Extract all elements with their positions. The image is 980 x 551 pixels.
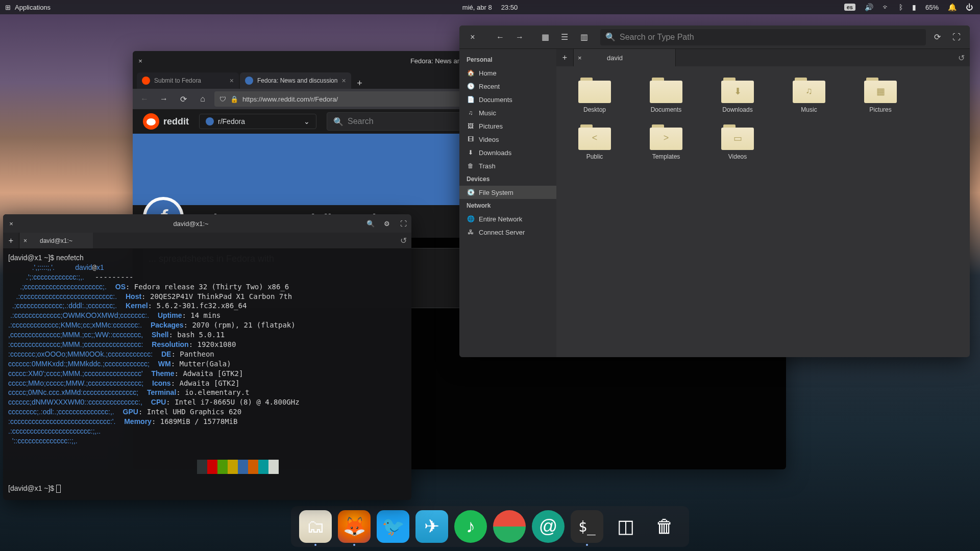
- folder-icon: ♫: [467, 109, 475, 117]
- keyboard-indicator[interactable]: es: [844, 4, 855, 11]
- reload-button[interactable]: ⟳: [929, 29, 945, 45]
- reddit-logo[interactable]: reddit: [143, 113, 189, 130]
- sidebar-item-music[interactable]: ♫Music: [459, 106, 556, 119]
- search-icon: 🔍: [333, 117, 344, 127]
- notifications-icon[interactable]: 🔔: [948, 3, 957, 11]
- folder-label: Public: [586, 153, 603, 160]
- dock-mail[interactable]: @: [532, 510, 565, 543]
- tab-label: Fedora: News and discussion: [257, 77, 337, 84]
- sidebar-item-label: Connect Server: [479, 229, 525, 236]
- time-label[interactable]: 23:50: [501, 4, 518, 11]
- fm-tab[interactable]: × david: [574, 49, 676, 66]
- lock-icon: 🔒: [230, 95, 238, 103]
- sidebar-item-pictures[interactable]: 🖼Pictures: [459, 119, 556, 133]
- terminal-output[interactable]: [david@x1 ~]$ neofetch .',;::::;,'. davi…: [3, 249, 411, 500]
- folder-icon: [578, 77, 611, 103]
- bluetooth-icon[interactable]: ᛒ: [899, 3, 903, 11]
- maximize-icon[interactable]: ⛶: [395, 220, 411, 228]
- dock-boxes[interactable]: ◫: [609, 510, 642, 543]
- forward-button[interactable]: →: [511, 29, 528, 45]
- subreddit-icon: [206, 117, 214, 126]
- dock-trash[interactable]: 🗑: [648, 510, 681, 543]
- history-button[interactable]: ↺: [395, 236, 411, 245]
- home-button[interactable]: ⌂: [195, 91, 210, 107]
- date-label[interactable]: mié, abr 8: [462, 4, 492, 11]
- tab-close-icon[interactable]: ×: [578, 54, 582, 62]
- subreddit-label: r/Fedora: [218, 117, 245, 126]
- list-view-button[interactable]: ☰: [556, 29, 573, 45]
- tab-label: Submit to Fedora: [154, 77, 201, 84]
- folder-icon: <: [578, 123, 611, 150]
- folder-desktop[interactable]: Desktop: [567, 77, 623, 113]
- terminal-window: × david@x1:~ 🔍 ⚙ ⛶ + × david@x1:~ ↺ [dav…: [3, 214, 411, 500]
- sidebar-item-trash[interactable]: 🗑Trash: [459, 159, 556, 172]
- power-icon[interactable]: ⏻: [966, 3, 973, 11]
- expand-button[interactable]: ⛶: [948, 29, 965, 45]
- browser-tab[interactable]: Submit to Fedora ×: [137, 72, 239, 89]
- favicon-icon: [142, 77, 150, 85]
- sidebar-item-file-system[interactable]: 💽File System: [459, 186, 556, 199]
- tab-close-icon[interactable]: ×: [230, 77, 234, 85]
- search-icon[interactable]: 🔍: [362, 220, 379, 228]
- tab-close-icon[interactable]: ×: [23, 237, 27, 244]
- search-icon: 🔍: [605, 32, 616, 42]
- volume-icon[interactable]: 🔊: [865, 3, 873, 11]
- sidebar-item-home[interactable]: 🏠Home: [459, 66, 556, 80]
- sidebar-item-label: Recent: [479, 83, 500, 90]
- dock-files[interactable]: 🗂: [299, 510, 332, 543]
- dock-spotify[interactable]: ♪: [454, 510, 487, 543]
- new-tab-button[interactable]: +: [556, 49, 574, 66]
- browser-tab[interactable]: Fedora: News and discussion ×: [240, 72, 351, 89]
- path-placeholder: Search or Type Path: [620, 33, 694, 42]
- close-button[interactable]: ×: [3, 220, 19, 228]
- wifi-icon[interactable]: ᯤ: [883, 3, 890, 11]
- folder-documents[interactable]: Documents: [638, 77, 694, 113]
- gear-icon[interactable]: ⚙: [379, 220, 395, 228]
- folder-music[interactable]: ♫Music: [781, 77, 837, 113]
- folder-videos[interactable]: ▭Videos: [709, 123, 766, 160]
- forward-button[interactable]: →: [156, 91, 172, 107]
- dock-firefox[interactable]: 🦊: [338, 510, 371, 543]
- new-tab-button[interactable]: +: [3, 233, 19, 248]
- fm-tab-label: david: [607, 54, 623, 62]
- dock-app[interactable]: [493, 510, 526, 543]
- tab-close-icon[interactable]: ×: [341, 77, 346, 85]
- sidebar-item-entire-network[interactable]: 🌐Entire Network: [459, 212, 556, 226]
- history-button[interactable]: ↺: [952, 53, 970, 63]
- back-button[interactable]: ←: [137, 91, 152, 107]
- path-bar[interactable]: 🔍 Search or Type Path: [600, 29, 926, 45]
- dock-telegram[interactable]: ✈: [415, 510, 448, 543]
- battery-percent: 65%: [925, 4, 939, 11]
- sidebar-item-videos[interactable]: 🎞Videos: [459, 133, 556, 146]
- sidebar-item-connect-server[interactable]: 🖧Connect Server: [459, 226, 556, 239]
- color-swatch: [258, 460, 268, 474]
- battery-icon[interactable]: ▮: [912, 3, 916, 11]
- color-swatch: [268, 460, 279, 474]
- subreddit-selector[interactable]: r/Fedora ⌄: [199, 114, 316, 129]
- folder-downloads[interactable]: ⬇Downloads: [709, 77, 766, 113]
- sidebar-item-downloads[interactable]: ⬇Downloads: [459, 146, 556, 159]
- folder-icon: 🖧: [467, 228, 475, 236]
- sidebar-item-recent[interactable]: 🕓Recent: [459, 80, 556, 93]
- folder-icon: ⬇: [467, 148, 475, 157]
- reload-button[interactable]: ⟳: [176, 91, 191, 107]
- new-tab-button[interactable]: +: [352, 78, 368, 89]
- dock-twitter[interactable]: 🐦: [377, 510, 409, 543]
- back-button[interactable]: ←: [492, 29, 508, 45]
- column-view-button[interactable]: ▥: [576, 29, 592, 45]
- close-button[interactable]: ×: [133, 57, 148, 65]
- applications-menu[interactable]: ⊞ Applications: [0, 4, 51, 11]
- folder-templates[interactable]: >Templates: [638, 123, 694, 160]
- folder-label: Videos: [728, 153, 747, 160]
- color-swatch: [207, 460, 217, 474]
- dock-terminal[interactable]: $_: [571, 510, 603, 543]
- color-swatch: [197, 460, 207, 474]
- terminal-tab[interactable]: × david@x1:~: [19, 233, 93, 248]
- shield-icon: 🛡: [219, 95, 226, 103]
- close-button[interactable]: ×: [464, 29, 481, 45]
- folder-public[interactable]: <Public: [567, 123, 623, 160]
- folder-icon: ▦: [864, 77, 897, 103]
- icon-view-button[interactable]: ▦: [537, 29, 553, 45]
- sidebar-item-documents[interactable]: 📄Documents: [459, 93, 556, 106]
- folder-pictures[interactable]: ▦Pictures: [852, 77, 909, 113]
